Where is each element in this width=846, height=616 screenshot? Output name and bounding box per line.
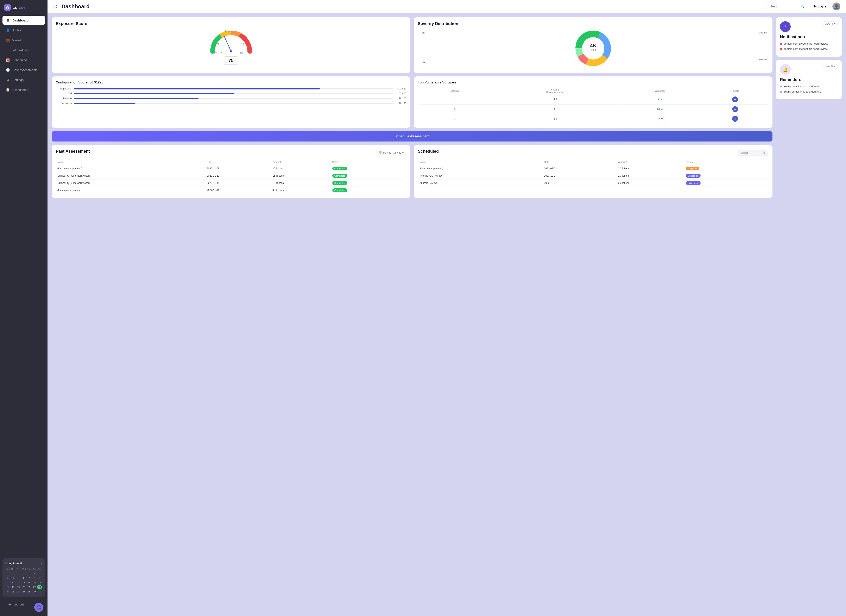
cell-name: domain.com (pen test) [56,165,205,172]
scheduled-title: Scheduled [418,149,439,154]
reminder-text: Yearly compliance and domain. [784,90,821,93]
low-label: Low [421,61,425,63]
cal-day[interactable]: 30 [37,590,42,594]
top-header: ❮ Dashboard 🔍 bitbug ▾ 👤 [47,0,846,13]
sidebar-item-label: Scheduled [12,58,27,62]
scheduled-search-input[interactable] [741,151,761,154]
bar-fill-os [74,93,234,94]
cal-day[interactable]: 21 [26,585,32,589]
threats-badge: ● [732,106,738,112]
cal-day[interactable]: 13 [21,581,26,585]
cal-day[interactable]: 27 [21,590,26,594]
vuln-table: Software SecurityRecommendation Weakness… [418,87,768,124]
cal-day[interactable]: 1 [32,571,37,575]
config-score-card: Configuration Score: 667/1270 Applicatio… [51,76,410,128]
cal-day[interactable]: 5 [16,576,21,580]
notifications-view-all-button[interactable]: View All ▾ [822,21,838,26]
notification-item: domain.com credentials need review. [780,42,838,45]
user-selector[interactable]: bitbug ▾ [811,3,830,10]
cal-day[interactable]: 17 [5,585,10,589]
support-button[interactable]: 🎧 [34,603,43,612]
col-name: Name [418,159,542,165]
header-right: 🔍 bitbug ▾ 👤 [767,3,840,10]
reminder-item: Yearly compliance and domain. [780,85,838,88]
search-box[interactable]: 🔍 [767,3,808,10]
cal-day[interactable]: 25 [11,590,16,594]
calendar-prev[interactable]: ‹ [37,561,39,565]
sidebar-item-label: Integrations [12,49,28,52]
bottom-cards: Past Assessment 📅 09 Nov - 16 Nov ▾ Name… [51,145,773,198]
vuln-col-threats: Threats [702,88,768,94]
svg-text:0: 0 [221,52,222,54]
cal-day[interactable]: 9 [37,576,42,580]
sidebar-item-dashboard[interactable]: ⊞ Dashboard [3,16,45,25]
dashboard-icon: ⊞ [6,18,10,22]
cal-day[interactable] [26,571,32,575]
right-column: ! View All ▾ Notifications domain.com cr… [776,17,842,612]
cell-amount: 20 Tokens [617,172,684,179]
sidebar-item-profile[interactable]: 👤 Profile [3,26,45,35]
cal-day[interactable]: 8 [32,576,37,580]
user-label: bitbug [814,4,823,8]
cell-amount: 20 Tokens [617,179,684,187]
sidebar-collapse-button[interactable]: ❮ [53,3,59,9]
cal-day[interactable]: 22 [32,585,37,589]
search-icon: 🔍 [800,4,805,9]
date-range-filter[interactable]: 📅 09 Nov - 16 Nov ▾ [376,150,406,156]
cal-day[interactable]: 24 [5,590,10,594]
sidebar-item-integrations[interactable]: ⚏ Integrations [3,46,45,54]
cal-day[interactable] [11,571,16,575]
cal-day[interactable]: 18 [11,585,16,589]
cal-day[interactable]: 28 [26,590,32,594]
sidebar: 🏠 LoiLoi ⊞ Dashboard 👤 Profile 💼 Wallet … [0,0,47,616]
severity-distribution-card: Severity Distribution [414,17,773,73]
cell-sec-rec: 8.9 [492,114,618,123]
vuln-col-software: Software [418,88,492,94]
cal-day[interactable]: 2 [37,571,42,575]
bar-label-network: Network [56,97,72,100]
cal-day[interactable]: 3 [5,576,10,580]
logo: 🏠 LoiLoi [0,4,47,16]
cal-day[interactable]: 10 [5,581,10,585]
cal-day[interactable]: 20 [21,585,26,589]
sidebar-item-past-assessments[interactable]: 🕐 Past assessments [3,65,45,74]
cal-day[interactable]: 23 [16,581,21,585]
cal-day[interactable]: 7 [26,576,32,580]
sidebar-item-scheduled[interactable]: 📅 Scheduled [3,55,45,65]
cal-day[interactable]: 11 [11,581,16,585]
table-row: 2 17 20 ▲ ● [418,104,768,114]
cal-day[interactable]: 14 [26,581,32,585]
reminders-icon-circle: 🔔 [780,64,791,75]
cal-day-header-fri: Fri [32,567,37,571]
cell-name: thewiz.com (pen test) [418,165,542,172]
bar-label-application: Application [56,87,72,90]
cal-day[interactable]: 6 [21,576,26,580]
schedule-assessment-button[interactable]: Schedule Assessment [51,131,773,141]
cal-day[interactable] [5,571,10,575]
calendar-nav: ‹ › [37,561,42,565]
config-title: Configuration Score: 667/1270 [56,81,406,84]
sidebar-item-settings[interactable]: ⚙ Settings [3,75,45,84]
sidebar-item-wallet[interactable]: 💼 Wallet [3,35,45,45]
cal-day[interactable]: 4 [11,576,16,580]
cell-date: 2022-11-14 [205,179,271,187]
cal-day[interactable]: 15 [32,581,37,585]
cell-amount: 15 Tokens [271,179,330,187]
search-input[interactable] [770,5,799,8]
scheduled-search-box[interactable]: 🔍 [738,150,768,156]
cal-day[interactable]: 29 [32,590,37,594]
cal-day-today[interactable]: 23 [37,585,42,589]
reminders-view-all-button[interactable]: View All ▾ [822,64,838,69]
cell-weakness: 12 ▼ [619,114,702,123]
cal-day[interactable]: 19 [16,585,21,589]
cell-status: Completed [330,187,406,194]
status-badge: On going [686,167,699,171]
cal-day[interactable] [21,571,26,575]
cal-day[interactable]: 16 [37,581,42,585]
sidebar-item-assessment[interactable]: 📋 Assessment [3,85,45,94]
col-status: Status [330,159,406,165]
cal-day[interactable]: 26 [16,590,21,594]
cal-day[interactable] [16,571,21,575]
calendar-next[interactable]: › [40,561,42,565]
scheduled-card: Scheduled 🔍 Name Date Amount S [414,145,773,198]
